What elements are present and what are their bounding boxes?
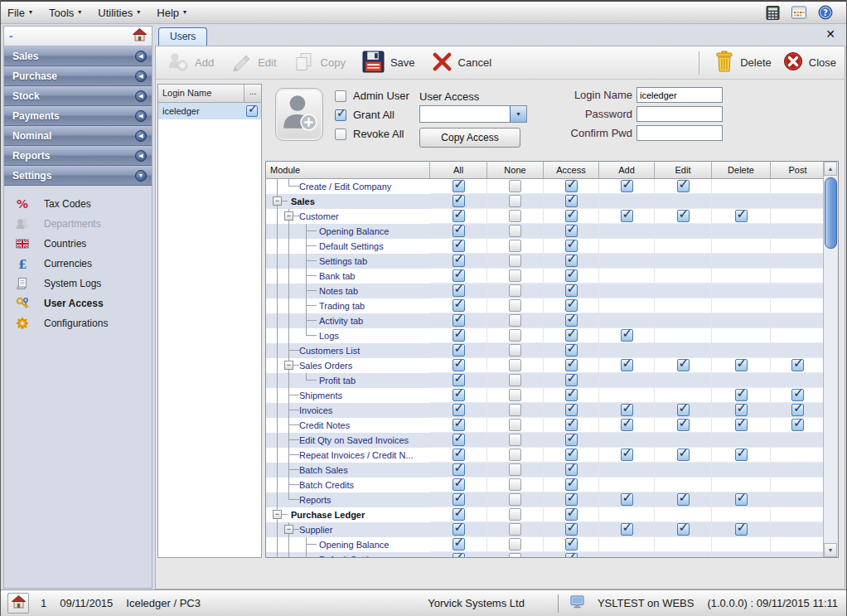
checkbox-delete-checked[interactable] bbox=[735, 389, 748, 401]
checkbox-none-unchecked[interactable] bbox=[509, 538, 521, 551]
checkbox-access-checked[interactable] bbox=[565, 449, 578, 461]
checkbox-add-checked[interactable] bbox=[621, 210, 633, 222]
menu-item-utilities[interactable]: Utilities▾ bbox=[98, 7, 140, 19]
tree-expander-icon[interactable]: − bbox=[284, 361, 293, 370]
checkbox-delete-checked[interactable] bbox=[735, 210, 748, 222]
checkbox-all-checked[interactable] bbox=[453, 404, 465, 416]
checkbox-access-checked[interactable] bbox=[565, 419, 578, 431]
checkbox-none-unchecked[interactable] bbox=[509, 299, 521, 312]
checkbox-delete-checked[interactable] bbox=[735, 404, 748, 416]
checkbox-none-unchecked[interactable] bbox=[509, 463, 521, 476]
scrollbar-thumb[interactable] bbox=[825, 177, 837, 249]
checkbox-all-checked[interactable] bbox=[453, 493, 465, 506]
checkbox-access-checked[interactable] bbox=[565, 180, 578, 192]
checkbox-edit-checked[interactable] bbox=[677, 359, 690, 371]
sidebar-section-settings[interactable]: Settings▼ bbox=[4, 166, 152, 186]
scroll-down-icon[interactable]: ▼ bbox=[824, 543, 837, 557]
grid-row-default-settings[interactable]: Default Settings bbox=[266, 552, 838, 558]
delete-button[interactable]: Delete bbox=[714, 51, 772, 75]
login-row-iceledger[interactable]: iceledger bbox=[158, 103, 261, 119]
close-button[interactable]: Close bbox=[783, 51, 836, 74]
checkbox-none-unchecked[interactable] bbox=[509, 225, 521, 237]
checkbox-access-checked[interactable] bbox=[565, 255, 578, 267]
tree-expander-icon[interactable]: − bbox=[284, 525, 293, 534]
checkbox-add-checked[interactable] bbox=[621, 180, 633, 192]
tree-expander-icon[interactable]: − bbox=[273, 196, 282, 206]
checkbox-all-checked[interactable] bbox=[453, 299, 465, 312]
help-icon[interactable]: ? bbox=[816, 4, 835, 21]
menu-item-file[interactable]: File▾ bbox=[7, 7, 32, 19]
grid-row-notes-tab[interactable]: Notes tab bbox=[266, 284, 838, 298]
tab-users[interactable]: Users bbox=[158, 27, 207, 46]
grid-row-batch-credits[interactable]: Batch Credits bbox=[266, 478, 838, 492]
checkbox-none-unchecked[interactable] bbox=[509, 344, 521, 357]
checkbox-all-checked[interactable] bbox=[453, 553, 465, 558]
checkbox-access-checked[interactable] bbox=[565, 344, 578, 357]
checkbox-none-unchecked[interactable] bbox=[509, 553, 521, 558]
checkbox-edit-checked[interactable] bbox=[677, 210, 690, 222]
checkbox-none-unchecked[interactable] bbox=[509, 255, 521, 267]
grid-row-purchase-ledger[interactable]: −Purchase Ledger bbox=[266, 507, 838, 522]
column-header-post[interactable]: Post bbox=[771, 162, 825, 178]
column-header-none[interactable]: None bbox=[487, 162, 544, 178]
calculator-icon[interactable] bbox=[763, 4, 782, 21]
grid-row-customer[interactable]: −Customer bbox=[266, 209, 838, 224]
checkbox-access-checked[interactable] bbox=[565, 463, 578, 476]
login-name-input[interactable] bbox=[636, 87, 723, 103]
checkbox-none-unchecked[interactable] bbox=[509, 523, 521, 536]
checkbox-add-checked[interactable] bbox=[621, 449, 633, 461]
checkbox-all-checked[interactable] bbox=[453, 374, 465, 386]
checkbox-delete-checked[interactable] bbox=[735, 493, 748, 506]
sidebar-collapse-button[interactable]: - bbox=[9, 32, 12, 41]
checkbox-none-unchecked[interactable] bbox=[509, 508, 521, 521]
checkbox-all-checked[interactable] bbox=[453, 538, 465, 551]
checkbox-all-checked[interactable] bbox=[453, 449, 465, 461]
checkbox-none-unchecked[interactable] bbox=[509, 284, 521, 297]
checkbox-all-checked[interactable] bbox=[453, 269, 465, 282]
revoke-all-checkbox[interactable] bbox=[335, 129, 346, 140]
grid-row-invoices[interactable]: Invoices bbox=[266, 403, 838, 418]
checkbox-access-checked[interactable] bbox=[565, 374, 578, 386]
checkbox-edit-checked[interactable] bbox=[677, 180, 690, 192]
sidebar-item-tax-codes[interactable]: %Tax Codes bbox=[4, 194, 152, 214]
checkbox-all-checked[interactable] bbox=[453, 255, 465, 267]
checkbox-post-checked[interactable] bbox=[791, 359, 804, 371]
checkbox-none-unchecked[interactable] bbox=[509, 493, 521, 506]
grid-scrollbar[interactable]: ▲ ▼ bbox=[823, 162, 838, 557]
grid-row-default-settings[interactable]: Default Settings bbox=[266, 239, 838, 254]
confirm-pwd-input[interactable] bbox=[636, 125, 723, 141]
sidebar-section-purchase[interactable]: Purchase◀ bbox=[4, 66, 152, 86]
checkbox-delete-checked[interactable] bbox=[735, 419, 748, 431]
checkbox-access-checked[interactable] bbox=[565, 523, 578, 536]
checkbox-none-unchecked[interactable] bbox=[509, 389, 521, 401]
checkbox-none-unchecked[interactable] bbox=[509, 478, 521, 491]
checkbox-access-checked[interactable] bbox=[565, 404, 578, 416]
checkbox-access-checked[interactable] bbox=[565, 269, 578, 282]
checkbox-access-checked[interactable] bbox=[565, 314, 578, 327]
grant-all-checkbox[interactable] bbox=[335, 109, 346, 121]
checkbox-none-unchecked[interactable] bbox=[509, 314, 521, 327]
checkbox-post-checked[interactable] bbox=[791, 404, 804, 416]
column-header-delete[interactable]: Delete bbox=[712, 162, 771, 178]
checkbox-edit-checked[interactable] bbox=[677, 523, 690, 536]
checkbox-none-unchecked[interactable] bbox=[509, 419, 521, 431]
checkbox-access-checked[interactable] bbox=[565, 240, 578, 252]
column-header-edit[interactable]: Edit bbox=[655, 162, 712, 178]
checkbox-all-checked[interactable] bbox=[453, 508, 465, 521]
checkbox-none-unchecked[interactable] bbox=[509, 240, 521, 252]
checkbox-all-checked[interactable] bbox=[453, 210, 465, 222]
copy-access-button[interactable]: Copy Access bbox=[419, 128, 520, 148]
sidebar-section-nominal[interactable]: Nominal◀ bbox=[4, 126, 152, 146]
checkbox-all-checked[interactable] bbox=[453, 389, 465, 401]
checkbox-all-checked[interactable] bbox=[453, 523, 465, 536]
sidebar-section-stock[interactable]: Stock◀ bbox=[4, 86, 152, 106]
sidebar-section-reports[interactable]: Reports◀ bbox=[4, 146, 152, 166]
sidebar-item-user-access[interactable]: User Access bbox=[4, 293, 152, 313]
checkbox-delete-checked[interactable] bbox=[735, 449, 748, 461]
close-tab-icon[interactable]: ✕ bbox=[825, 28, 835, 40]
checkbox-all-checked[interactable] bbox=[453, 419, 465, 431]
checkbox-access-checked[interactable] bbox=[565, 508, 578, 521]
tree-expander-icon[interactable]: − bbox=[284, 211, 293, 221]
grid-row-trading-tab[interactable]: Trading tab bbox=[266, 298, 838, 313]
checkbox-edit-checked[interactable] bbox=[677, 419, 690, 431]
